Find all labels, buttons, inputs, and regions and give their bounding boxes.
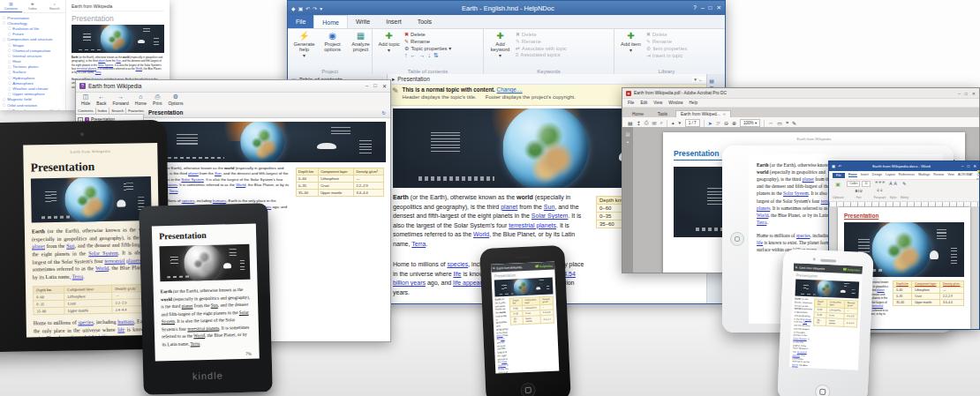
ribbon-small-button[interactable]: ⇥ Insert in topic bbox=[646, 52, 716, 58]
ribbon-tab[interactable]: Home bbox=[848, 173, 857, 177]
page-number-field[interactable]: 1 / 7 bbox=[685, 119, 700, 127]
link[interactable]: planet bbox=[501, 204, 517, 210]
app-icon[interactable]: ◆ bbox=[291, 5, 296, 11]
close-icon[interactable]: ✕ bbox=[723, 112, 726, 116]
ribbon-large-button[interactable]: ◉ Project options bbox=[319, 31, 346, 67]
chm-toolbar-button[interactable]: ⚙ Options bbox=[168, 93, 183, 106]
font-style-buttons[interactable]: B I U bbox=[856, 190, 863, 193]
ribbon-tab[interactable]: ACROBAT bbox=[958, 173, 973, 177]
link[interactable]: Terra bbox=[72, 274, 83, 280]
tell-me-box[interactable]: 💡Tell me bbox=[976, 170, 980, 181]
link[interactable]: terrestrial planets bbox=[509, 222, 556, 228]
ribbon-small-button[interactable]: ⚙ Item properties bbox=[646, 45, 716, 51]
link[interactable]: World bbox=[193, 333, 205, 339]
ribbon-large-button[interactable]: ✚ Add keyword▾ bbox=[486, 31, 514, 67]
page-thumbs-icon[interactable]: ▤ bbox=[628, 120, 633, 126]
acrobat-tab[interactable]: Home bbox=[626, 111, 650, 117]
list-buttons[interactable]: ≣ ≣ bbox=[877, 189, 883, 192]
link[interactable]: terrestrial planets bbox=[104, 258, 141, 264]
save-icon[interactable]: ▣ bbox=[832, 164, 835, 168]
email-icon[interactable]: ✉ bbox=[652, 120, 657, 126]
home-button[interactable] bbox=[520, 383, 536, 396]
link[interactable]: terrestrial planets bbox=[187, 325, 219, 332]
link[interactable]: planet bbox=[182, 303, 193, 309]
chm-toolbar-button[interactable]: ⎙ Print bbox=[153, 93, 162, 106]
link[interactable]: Solar System bbox=[181, 177, 204, 182]
acrobat-nav-rail[interactable]: ▤ ❝ bbox=[622, 127, 633, 273]
link[interactable]: Terra bbox=[190, 340, 200, 346]
next-page-icon[interactable]: ▼ bbox=[677, 121, 681, 125]
link[interactable]: Sun bbox=[544, 204, 554, 210]
help-icon[interactable]: ? bbox=[693, 4, 697, 11]
export-icon[interactable]: ↥ bbox=[637, 120, 641, 126]
ribbon-small-button[interactable]: ✖ Delete bbox=[516, 31, 559, 37]
chm-toolbar-button[interactable]: → Forward bbox=[112, 93, 128, 106]
white-phone-screen[interactable]: ≡ Earth from Wikipedia helpndoc Presenta… bbox=[789, 263, 863, 370]
chm-tab[interactable]: Contents bbox=[76, 108, 96, 114]
tab-file[interactable]: File bbox=[288, 15, 313, 28]
chm-tab[interactable]: Index bbox=[96, 108, 110, 114]
link[interactable]: species bbox=[78, 319, 93, 325]
page-thumbs-icon[interactable]: ▤ bbox=[626, 131, 630, 137]
webhelp-tab[interactable]: ⌕ Search bbox=[43, 0, 65, 12]
maximize-icon[interactable]: □ bbox=[968, 164, 970, 168]
link[interactable]: World bbox=[757, 213, 768, 218]
menu-item[interactable]: File bbox=[628, 101, 634, 105]
ribbon-tab[interactable]: Mailings bbox=[918, 173, 930, 177]
dropdown-icon[interactable]: ▾ bbox=[694, 77, 697, 82]
menu-item[interactable]: Help bbox=[690, 101, 697, 105]
highlight-icon[interactable]: ✎ bbox=[792, 120, 796, 126]
helpndoc-logo[interactable]: helpndoc bbox=[535, 264, 553, 268]
zoom-in-icon[interactable]: ⊕ bbox=[732, 120, 736, 126]
menu-item[interactable]: Window bbox=[668, 101, 682, 105]
ribbon-tab[interactable]: Insert bbox=[861, 173, 869, 177]
minimize-icon[interactable]: – bbox=[961, 164, 964, 168]
arrow-right-icon[interactable]: → bbox=[419, 52, 426, 59]
editing-icon[interactable]: ✎ bbox=[902, 181, 906, 186]
ribbon-tab[interactable]: References bbox=[899, 173, 915, 177]
chm-toolbar-button[interactable]: ⌂ Home bbox=[135, 93, 147, 106]
link[interactable]: planet bbox=[32, 244, 45, 250]
ribbon-tab[interactable]: Tools bbox=[410, 15, 440, 28]
align-buttons[interactable]: ☰ ☰ ☰ bbox=[875, 181, 885, 184]
close-icon[interactable]: ✕ bbox=[972, 91, 976, 96]
link[interactable]: Terra bbox=[411, 241, 426, 247]
zoom-out-icon[interactable]: ⊖ bbox=[724, 120, 728, 126]
ribbon-small-button[interactable]: ✖ Delete bbox=[646, 31, 678, 37]
zoom-level-field[interactable]: 100% ▾ bbox=[740, 119, 760, 127]
chm-toolbar-button[interactable]: ◫ Hide bbox=[81, 93, 90, 106]
hand-icon[interactable]: ☞ bbox=[716, 120, 720, 126]
webhelp-tab[interactable]: ≣ Index bbox=[22, 0, 44, 12]
link[interactable]: humans bbox=[117, 318, 134, 324]
undo-icon[interactable]: ↶ bbox=[305, 5, 310, 11]
link[interactable]: 4.54 billion years bbox=[87, 334, 125, 338]
link[interactable]: Solar System bbox=[783, 191, 809, 196]
menu-icon[interactable]: ≡ bbox=[795, 265, 798, 269]
menu-item[interactable]: Edit bbox=[640, 101, 647, 105]
link[interactable]: planet bbox=[803, 176, 814, 182]
ribbon-tab[interactable]: Write bbox=[348, 15, 378, 28]
document-tab[interactable]: Earth from Wikiped... ✕ bbox=[675, 110, 731, 117]
font-name-box[interactable]: Calibri bbox=[847, 181, 860, 187]
close-icon[interactable]: ✕ bbox=[382, 83, 387, 89]
ribbon-small-button[interactable]: ✎ Rename bbox=[646, 38, 716, 44]
back-icon[interactable]: ← bbox=[698, 77, 704, 82]
note-change-link[interactable]: Change.... bbox=[497, 86, 523, 93]
prev-page-icon[interactable]: ▲ bbox=[671, 121, 675, 125]
link[interactable]: planet bbox=[877, 288, 884, 292]
link[interactable]: planet bbox=[188, 171, 199, 176]
print-icon[interactable]: ⎙ bbox=[645, 120, 649, 126]
ribbon-large-button[interactable]: ▦ Analyze project bbox=[347, 31, 374, 67]
single-page-icon[interactable]: ▭ bbox=[777, 120, 782, 126]
ribbon-small-button[interactable]: ≡ Associated topics bbox=[516, 52, 611, 57]
ribbon-tab[interactable]: Insert bbox=[378, 15, 410, 28]
arrow-left-icon[interactable]: ← bbox=[411, 52, 417, 59]
ribbon-small-button[interactable]: ⚙ Topic properties▾ bbox=[404, 45, 480, 51]
webhelp-tab[interactable]: ▤ Contents bbox=[0, 0, 22, 12]
ribbon-large-button[interactable]: ✚ Add item▾ bbox=[617, 31, 645, 67]
link[interactable]: Sun bbox=[66, 243, 74, 249]
undo-icon[interactable]: ↶ bbox=[838, 164, 841, 168]
home-button[interactable] bbox=[815, 385, 831, 396]
black-phone-screen[interactable]: ≡ Earth from Wikipedia helpndoc Presenta… bbox=[491, 261, 559, 373]
link[interactable]: World bbox=[135, 67, 142, 71]
